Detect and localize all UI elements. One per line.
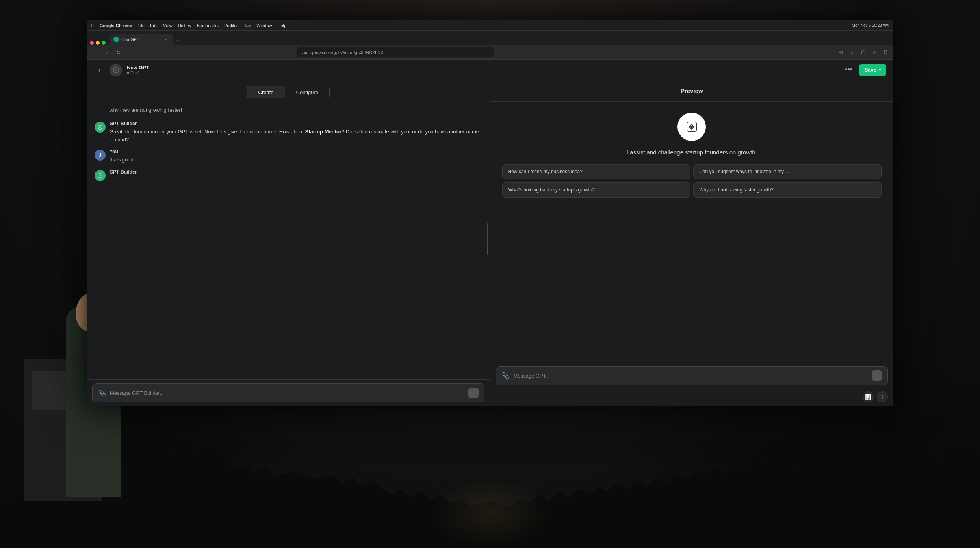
url-bar[interactable]: chat.openai.com/gpts/editor/g-c5BRDZbNK [297, 47, 494, 57]
save-label: Save [865, 67, 876, 73]
chat-sender-gpt1: GPT Builder [110, 121, 482, 126]
preview-body: I assist and challenge startup founders … [490, 102, 894, 362]
tab-create[interactable]: Create [247, 86, 285, 98]
traffic-lights [90, 41, 106, 45]
chat-text-user1: thats good [110, 156, 134, 164]
menu-help[interactable]: Help [277, 23, 286, 28]
panel-tabs: Create Configure [87, 80, 490, 98]
svg-point-4 [690, 126, 693, 128]
gpt-builder-avatar [95, 122, 106, 133]
save-chevron-icon: ▾ [879, 68, 881, 72]
app-content: ‹ New GPT Draft ••• Save ▾ [87, 60, 893, 406]
suggestion-chips: How can I refine my business idea? ↑ Can… [498, 164, 886, 198]
chip-holding-back[interactable]: What's holding back my startup's growth? [502, 182, 690, 198]
more-options-button[interactable]: ••• [843, 64, 855, 76]
message-input-area: 📎 Message GPT Builder... ↑ [87, 379, 490, 406]
preview-description: I assist and challenge startup founders … [627, 148, 757, 157]
chat-content-gpt1: GPT Builder Great, the foundation for yo… [110, 121, 482, 143]
menu-edit[interactable]: Edit [150, 23, 158, 28]
preview-send-icon: ↑ [876, 373, 878, 378]
forward-nav-button[interactable]: › [102, 48, 111, 57]
menubar-right: Mon Nov 6 10:28 AM [852, 23, 889, 28]
system-message: why they are not growing faster! [95, 105, 482, 115]
tab-close-button[interactable]: × [163, 37, 169, 42]
maximize-window-button[interactable] [102, 41, 106, 45]
chip-text-0: How can I refine my business idea? [508, 168, 583, 175]
analytics-icon[interactable]: 📊 [863, 391, 874, 402]
tab-configure[interactable]: Configure [285, 86, 330, 98]
extensions-icon[interactable]: ⠿ [882, 48, 889, 56]
back-button[interactable]: ‹ [94, 65, 105, 76]
tab-title: ChatGPT [121, 37, 139, 42]
preview-input-area: 📎 Message GPT... ↑ [490, 362, 894, 389]
send-icon: ↑ [472, 390, 475, 396]
browser-tab-chatgpt[interactable]: ChatGPT × [110, 34, 173, 45]
menu-history[interactable]: History [178, 23, 191, 28]
back-arrow-icon: ‹ [98, 66, 100, 74]
screen-container:  Google Chrome File Edit View History B… [87, 20, 893, 406]
preview-input-box[interactable]: 📎 Message GPT... ↑ [496, 366, 888, 385]
chat-message-gpt2: GPT Builder [95, 169, 482, 181]
preview-gpt-icon [677, 113, 706, 141]
app-header: ‹ New GPT Draft ••• Save ▾ [87, 60, 893, 80]
back-nav-button[interactable]: ‹ [91, 48, 99, 57]
tab-favicon-icon [113, 37, 119, 42]
draft-dot-icon [127, 72, 129, 74]
gpt-status: Draft [127, 70, 149, 75]
chat-message-gpt1: GPT Builder Great, the foundation for yo… [95, 121, 482, 143]
preview-attach-icon[interactable]: 📎 [502, 372, 510, 380]
cast-icon[interactable]: ⬡ [859, 48, 867, 56]
gpt-avatar [110, 64, 122, 76]
menu-bookmarks[interactable]: Bookmarks [197, 23, 219, 28]
chip-faster-growth[interactable]: Why am I not seeing faster growth? [693, 182, 882, 198]
help-icon[interactable]: ? [877, 391, 888, 402]
new-tab-button[interactable]: + [173, 35, 183, 45]
menu-tab[interactable]: Tab [244, 23, 251, 28]
chip-innovate[interactable]: Can you suggest ways to innovate in my .… [693, 164, 882, 180]
menu-view[interactable]: View [163, 23, 173, 28]
left-panel: Create Configure why they are not growin… [87, 80, 490, 406]
gpt-builder-avatar-2 [95, 170, 106, 181]
chat-sender-user1: You [110, 149, 134, 154]
send-button[interactable]: ↑ [468, 388, 479, 398]
header-right: ••• Save ▾ [843, 64, 886, 76]
chat-sender-gpt2: GPT Builder [110, 169, 137, 175]
url-text: chat.openai.com/gpts/editor/g-c5BRDZbNK [301, 50, 384, 55]
right-panel: Preview I assist and challenge startup f… [490, 80, 894, 406]
preview-header: Preview [490, 80, 894, 102]
scrollbar[interactable] [487, 223, 488, 255]
bottom-bar: 📊 ? [490, 389, 894, 406]
zoom-icon[interactable]: ⊕ [837, 48, 845, 56]
menubar-time: Mon Nov 6 10:28 AM [852, 23, 889, 28]
mac-menubar:  Google Chrome File Edit View History B… [87, 20, 893, 31]
minimize-window-button[interactable] [96, 41, 100, 45]
menu-profiles[interactable]: Profiles [224, 23, 239, 28]
menu-file[interactable]: File [137, 23, 145, 28]
user-avatar: J [95, 150, 106, 161]
browser-frame:  Google Chrome File Edit View History B… [87, 20, 893, 406]
save-button[interactable]: Save ▾ [859, 64, 886, 76]
profile-icon[interactable]: ○ [870, 48, 878, 56]
menu-window[interactable]: Window [256, 23, 272, 28]
chip-refine-idea[interactable]: How can I refine my business idea? ↑ [502, 164, 690, 180]
preview-send-button[interactable]: ↑ [872, 370, 882, 381]
preview-label: Preview [681, 87, 703, 94]
chip-arrow-icon: ↑ [682, 168, 685, 174]
menu-chrome[interactable]: Google Chrome [100, 23, 132, 28]
chat-text-gpt1: Great, the foundation for your GPT is se… [110, 128, 482, 143]
chip-text-1: Can you suggest ways to innovate in my .… [699, 168, 789, 175]
preview-input-placeholder: Message GPT... [514, 373, 868, 379]
main-split: Create Configure why they are not growin… [87, 80, 893, 406]
gpt-info: New GPT Draft [127, 65, 149, 75]
gpt-name-label: New GPT [127, 65, 149, 70]
stage-beam [431, 477, 549, 548]
chip-text-3: Why am I not seeing faster growth? [699, 187, 774, 193]
address-bar: ‹ › ↻ chat.openai.com/gpts/editor/g-c5BR… [87, 45, 893, 60]
chat-area[interactable]: why they are not growing faster! GPT Bui… [87, 98, 490, 379]
message-input-placeholder: Message GPT Builder... [110, 390, 464, 396]
close-window-button[interactable] [90, 41, 94, 45]
reload-button[interactable]: ↻ [114, 48, 123, 57]
attach-icon[interactable]: 📎 [98, 389, 106, 397]
message-input-box[interactable]: 📎 Message GPT Builder... ↑ [92, 383, 484, 402]
bookmark-icon[interactable]: ☆ [848, 48, 856, 56]
